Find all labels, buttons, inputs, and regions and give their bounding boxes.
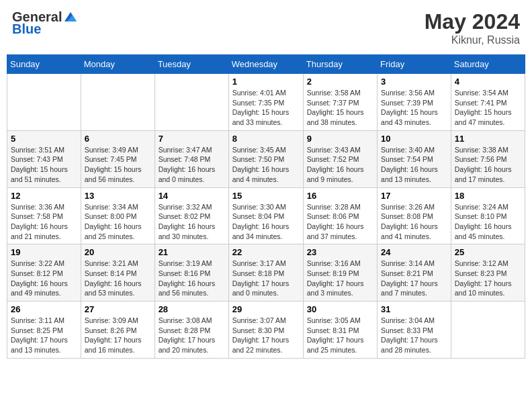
day-info: Sunrise: 3:07 AM Sunset: 8:30 PM Dayligh… bbox=[232, 316, 300, 355]
day-info: Sunrise: 3:34 AM Sunset: 8:00 PM Dayligh… bbox=[85, 202, 151, 242]
day-number: 7 bbox=[159, 134, 225, 144]
calendar-cell: 15Sunrise: 3:30 AM Sunset: 8:04 PM Dayli… bbox=[228, 187, 303, 244]
calendar-cell: 13Sunrise: 3:34 AM Sunset: 8:00 PM Dayli… bbox=[81, 187, 154, 244]
day-number: 22 bbox=[232, 247, 300, 257]
day-info: Sunrise: 3:24 AM Sunset: 8:10 PM Dayligh… bbox=[455, 202, 521, 242]
day-info: Sunrise: 3:09 AM Sunset: 8:26 PM Dayligh… bbox=[85, 316, 151, 355]
day-info: Sunrise: 3:28 AM Sunset: 8:06 PM Dayligh… bbox=[307, 202, 373, 242]
day-number: 17 bbox=[381, 191, 447, 201]
day-info: Sunrise: 3:12 AM Sunset: 8:23 PM Dayligh… bbox=[455, 259, 521, 298]
day-info: Sunrise: 3:45 AM Sunset: 7:50 PM Dayligh… bbox=[232, 145, 300, 185]
day-number: 6 bbox=[85, 134, 151, 144]
day-number: 15 bbox=[232, 191, 300, 201]
calendar-week-row: 12Sunrise: 3:36 AM Sunset: 7:58 PM Dayli… bbox=[7, 187, 525, 244]
day-number: 30 bbox=[307, 304, 373, 314]
day-number: 26 bbox=[11, 304, 77, 314]
calendar-cell bbox=[451, 302, 525, 359]
calendar-cell bbox=[154, 74, 228, 131]
calendar-week-row: 1Sunrise: 4:01 AM Sunset: 7:35 PM Daylig… bbox=[7, 74, 525, 131]
day-info: Sunrise: 3:14 AM Sunset: 8:21 PM Dayligh… bbox=[381, 259, 447, 298]
day-info: Sunrise: 3:22 AM Sunset: 8:12 PM Dayligh… bbox=[11, 259, 77, 298]
calendar-cell: 24Sunrise: 3:14 AM Sunset: 8:21 PM Dayli… bbox=[378, 244, 451, 302]
day-info: Sunrise: 4:01 AM Sunset: 7:35 PM Dayligh… bbox=[232, 88, 300, 128]
calendar-cell bbox=[7, 74, 81, 131]
day-number: 10 bbox=[381, 134, 447, 144]
calendar-cell: 22Sunrise: 3:17 AM Sunset: 8:18 PM Dayli… bbox=[228, 244, 303, 302]
day-number: 21 bbox=[159, 247, 225, 257]
calendar-cell: 19Sunrise: 3:22 AM Sunset: 8:12 PM Dayli… bbox=[7, 244, 81, 302]
weekday-header: Tuesday bbox=[154, 55, 228, 74]
logo-icon bbox=[63, 9, 78, 24]
day-number: 23 bbox=[307, 247, 373, 257]
weekday-header: Saturday bbox=[451, 55, 525, 74]
day-info: Sunrise: 3:04 AM Sunset: 8:33 PM Dayligh… bbox=[381, 316, 447, 355]
calendar-cell: 23Sunrise: 3:16 AM Sunset: 8:19 PM Dayli… bbox=[303, 244, 377, 302]
day-number: 4 bbox=[455, 77, 521, 87]
day-info: Sunrise: 3:38 AM Sunset: 7:56 PM Dayligh… bbox=[455, 145, 521, 185]
calendar-cell: 2Sunrise: 3:58 AM Sunset: 7:37 PM Daylig… bbox=[303, 74, 377, 131]
day-info: Sunrise: 3:54 AM Sunset: 7:41 PM Dayligh… bbox=[455, 88, 521, 128]
calendar-cell: 9Sunrise: 3:43 AM Sunset: 7:52 PM Daylig… bbox=[303, 130, 377, 187]
calendar-cell: 14Sunrise: 3:32 AM Sunset: 8:02 PM Dayli… bbox=[154, 187, 228, 244]
day-number: 28 bbox=[159, 304, 225, 314]
calendar-cell: 25Sunrise: 3:12 AM Sunset: 8:23 PM Dayli… bbox=[451, 244, 525, 302]
day-info: Sunrise: 3:30 AM Sunset: 8:04 PM Dayligh… bbox=[232, 202, 300, 242]
day-number: 8 bbox=[232, 134, 300, 144]
day-number: 2 bbox=[307, 77, 373, 87]
day-info: Sunrise: 3:47 AM Sunset: 7:48 PM Dayligh… bbox=[159, 145, 225, 185]
day-info: Sunrise: 3:36 AM Sunset: 7:58 PM Dayligh… bbox=[11, 202, 77, 242]
day-info: Sunrise: 3:19 AM Sunset: 8:16 PM Dayligh… bbox=[159, 259, 225, 298]
calendar-cell: 12Sunrise: 3:36 AM Sunset: 7:58 PM Dayli… bbox=[7, 187, 81, 244]
calendar-cell: 21Sunrise: 3:19 AM Sunset: 8:16 PM Dayli… bbox=[154, 244, 228, 302]
day-number: 24 bbox=[381, 247, 447, 257]
calendar-cell: 6Sunrise: 3:49 AM Sunset: 7:45 PM Daylig… bbox=[81, 130, 154, 187]
calendar-cell: 4Sunrise: 3:54 AM Sunset: 7:41 PM Daylig… bbox=[451, 74, 525, 131]
day-number: 9 bbox=[307, 134, 373, 144]
title-block: May 2024 Kiknur, Russia bbox=[425, 9, 520, 46]
day-number: 13 bbox=[85, 191, 151, 201]
day-info: Sunrise: 3:17 AM Sunset: 8:18 PM Dayligh… bbox=[232, 259, 300, 298]
page-header: General Blue May 2024 Kiknur, Russia bbox=[7, 7, 525, 49]
day-info: Sunrise: 3:58 AM Sunset: 7:37 PM Dayligh… bbox=[307, 88, 373, 128]
location-title: Kiknur, Russia bbox=[425, 34, 520, 46]
day-info: Sunrise: 3:40 AM Sunset: 7:54 PM Dayligh… bbox=[381, 145, 447, 185]
day-info: Sunrise: 3:43 AM Sunset: 7:52 PM Dayligh… bbox=[307, 145, 373, 185]
calendar-cell: 20Sunrise: 3:21 AM Sunset: 8:14 PM Dayli… bbox=[81, 244, 154, 302]
weekday-header-row: SundayMondayTuesdayWednesdayThursdayFrid… bbox=[7, 55, 525, 74]
day-info: Sunrise: 3:51 AM Sunset: 7:43 PM Dayligh… bbox=[11, 145, 77, 185]
weekday-header: Sunday bbox=[7, 55, 81, 74]
day-info: Sunrise: 3:16 AM Sunset: 8:19 PM Dayligh… bbox=[307, 259, 373, 298]
calendar-cell: 26Sunrise: 3:11 AM Sunset: 8:25 PM Dayli… bbox=[7, 302, 81, 359]
calendar-week-row: 5Sunrise: 3:51 AM Sunset: 7:43 PM Daylig… bbox=[7, 130, 525, 187]
calendar-cell: 3Sunrise: 3:56 AM Sunset: 7:39 PM Daylig… bbox=[378, 74, 451, 131]
calendar-cell: 28Sunrise: 3:08 AM Sunset: 8:28 PM Dayli… bbox=[154, 302, 228, 359]
calendar-cell: 7Sunrise: 3:47 AM Sunset: 7:48 PM Daylig… bbox=[154, 130, 228, 187]
day-info: Sunrise: 3:26 AM Sunset: 8:08 PM Dayligh… bbox=[381, 202, 447, 242]
calendar-cell: 1Sunrise: 4:01 AM Sunset: 7:35 PM Daylig… bbox=[228, 74, 303, 131]
day-number: 14 bbox=[159, 191, 225, 201]
calendar-cell: 31Sunrise: 3:04 AM Sunset: 8:33 PM Dayli… bbox=[378, 302, 451, 359]
calendar-cell: 8Sunrise: 3:45 AM Sunset: 7:50 PM Daylig… bbox=[228, 130, 303, 187]
day-number: 29 bbox=[232, 304, 300, 314]
day-number: 5 bbox=[11, 134, 77, 144]
day-number: 16 bbox=[307, 191, 373, 201]
calendar-cell: 16Sunrise: 3:28 AM Sunset: 8:06 PM Dayli… bbox=[303, 187, 377, 244]
day-number: 25 bbox=[455, 247, 521, 257]
day-info: Sunrise: 3:05 AM Sunset: 8:31 PM Dayligh… bbox=[307, 316, 373, 355]
month-title: May 2024 bbox=[425, 9, 520, 34]
day-number: 3 bbox=[381, 77, 447, 87]
calendar-cell: 17Sunrise: 3:26 AM Sunset: 8:08 PM Dayli… bbox=[378, 187, 451, 244]
calendar-week-row: 19Sunrise: 3:22 AM Sunset: 8:12 PM Dayli… bbox=[7, 244, 525, 302]
weekday-header: Wednesday bbox=[228, 55, 303, 74]
day-number: 27 bbox=[85, 304, 151, 314]
calendar-cell: 30Sunrise: 3:05 AM Sunset: 8:31 PM Dayli… bbox=[303, 302, 377, 359]
logo: General Blue bbox=[12, 9, 78, 36]
weekday-header: Friday bbox=[378, 55, 451, 74]
day-number: 19 bbox=[11, 247, 77, 257]
day-number: 11 bbox=[455, 134, 521, 144]
day-number: 31 bbox=[381, 304, 447, 314]
calendar-cell: 11Sunrise: 3:38 AM Sunset: 7:56 PM Dayli… bbox=[451, 130, 525, 187]
day-info: Sunrise: 3:11 AM Sunset: 8:25 PM Dayligh… bbox=[11, 316, 77, 355]
day-number: 1 bbox=[232, 77, 300, 87]
calendar-table: SundayMondayTuesdayWednesdayThursdayFrid… bbox=[7, 54, 525, 359]
